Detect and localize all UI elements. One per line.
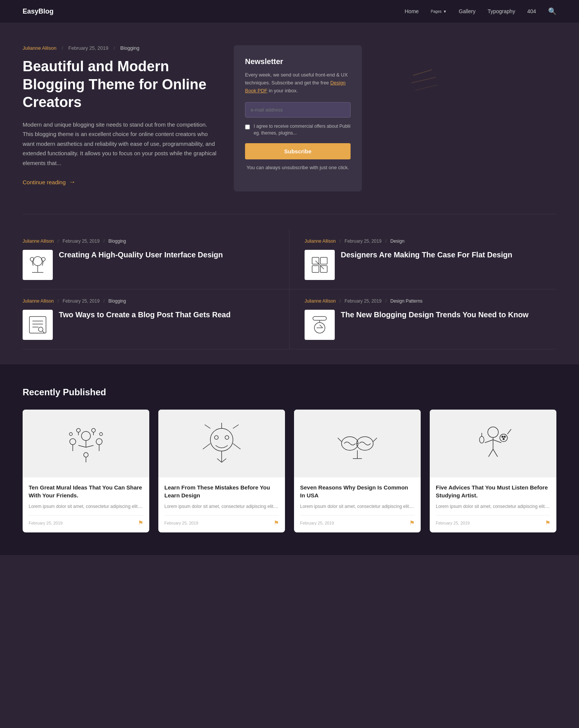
- post-date-2: February 25, 2019: [345, 239, 381, 244]
- recent-title-2: Learn From These Mistakes Before You Lea…: [164, 483, 279, 499]
- post-thumb-4: [305, 310, 335, 340]
- svg-point-43: [214, 436, 218, 439]
- svg-point-30: [70, 439, 76, 445]
- svg-line-14: [316, 261, 324, 269]
- recent-img-4: [430, 410, 556, 477]
- svg-line-63: [493, 440, 501, 443]
- recent-grid: Ten Great Mural Ideas That You Can Share…: [23, 410, 556, 532]
- recent-body-2: Learn From These Mistakes Before You Lea…: [158, 477, 285, 532]
- advices-icon: [470, 421, 516, 466]
- recent-card-4: Five Advices That You Must Listen Before…: [430, 410, 556, 532]
- post-meta-2: Julianne Allison / February 25, 2019 / D…: [305, 239, 556, 244]
- recent-excerpt-1: Lorem ipsum dolor sit amet, consectetur …: [29, 503, 143, 510]
- mistakes-icon: [199, 421, 244, 466]
- post-date-4: February 25, 2019: [345, 298, 381, 304]
- nav-typography[interactable]: Typography: [487, 8, 515, 14]
- hero-title: Beautiful and Modern Blogging Theme for …: [23, 58, 219, 112]
- posts-grid: Julianne Allison / February 25, 2019 / B…: [23, 229, 556, 349]
- hero-date: February 25, 2019: [68, 45, 108, 51]
- svg-rect-11: [320, 257, 327, 264]
- svg-line-70: [507, 429, 511, 434]
- svg-point-68: [504, 436, 505, 437]
- post-title-2[interactable]: Designers Are Making The Case For Flat D…: [341, 250, 512, 260]
- email-input[interactable]: [245, 102, 351, 118]
- recent-footer-4: February 25, 2019 ⚑: [436, 515, 550, 526]
- svg-line-28: [78, 445, 86, 447]
- svg-line-48: [203, 444, 210, 449]
- post-thumb-3: [23, 310, 53, 340]
- subscribe-button[interactable]: Subscribe: [245, 143, 351, 159]
- bookmark-icon-1[interactable]: ⚑: [138, 519, 143, 526]
- svg-line-57: [373, 438, 377, 442]
- post-body-2: Designers Are Making The Case For Flat D…: [305, 250, 556, 280]
- site-logo[interactable]: EasyBlog: [23, 8, 54, 15]
- bookmark-icon-3[interactable]: ⚑: [409, 519, 415, 526]
- recent-date-4: February 25, 2019: [436, 521, 470, 525]
- svg-point-40: [69, 433, 72, 436]
- hero-author: Julianne Allison: [23, 45, 57, 51]
- post-title-1[interactable]: Creating A High-Quality User Interface D…: [59, 250, 223, 260]
- post-thumb-2: [305, 250, 335, 280]
- recent-title-1: Ten Great Mural Ideas That You Can Share…: [29, 483, 143, 499]
- post-category-3: Blogging: [108, 298, 126, 304]
- post-author-4: Julianne Allison: [305, 298, 336, 304]
- recent-img-1: [23, 410, 149, 477]
- svg-point-34: [84, 453, 88, 457]
- post-card-3: Julianne Allison / February 25, 2019 / B…: [23, 289, 290, 349]
- recently-section: Recently Published: [0, 364, 579, 555]
- nav-gallery[interactable]: Gallery: [459, 8, 475, 14]
- flat-design-icon: [308, 254, 331, 276]
- svg-line-52: [222, 459, 226, 462]
- post-title-3[interactable]: Two Ways to Create a Blog Post That Gets…: [59, 310, 231, 320]
- nav-pages[interactable]: Pages ▼: [431, 9, 447, 14]
- post-body-4: The New Blogging Design Trends You Need …: [305, 310, 556, 340]
- recent-date-1: February 25, 2019: [29, 521, 63, 525]
- recent-excerpt-3: Lorem ipsum dolor sit amet, consectetur …: [300, 503, 415, 510]
- svg-line-29: [86, 445, 93, 447]
- newsletter-checkbox[interactable]: [245, 124, 250, 130]
- nav-home[interactable]: Home: [404, 8, 418, 14]
- continue-reading-link[interactable]: Continue reading →: [23, 178, 219, 186]
- svg-point-71: [479, 436, 484, 443]
- post-title-4[interactable]: The New Blogging Design Trends You Need …: [341, 310, 528, 320]
- recent-title-4: Five Advices That You Must Listen Before…: [436, 483, 550, 499]
- svg-line-46: [233, 425, 239, 428]
- newsletter-checkbox-label: I agree to receive commercial offers abo…: [254, 123, 351, 136]
- recent-img-3: [294, 410, 421, 477]
- recent-card-3: Seven Reasons Why Design Is Common In US…: [294, 410, 421, 532]
- svg-line-45: [205, 425, 210, 428]
- bookmark-icon-4[interactable]: ⚑: [545, 519, 550, 526]
- post-meta-3: Julianne Allison / February 25, 2019 / B…: [23, 298, 274, 304]
- svg-point-26: [81, 431, 90, 440]
- newsletter-desc: Every week, we send out useful front-end…: [245, 71, 351, 95]
- search-icon[interactable]: 🔍: [548, 7, 556, 15]
- svg-line-65: [493, 449, 498, 457]
- newsletter-widget: Newsletter Every week, we send out usefu…: [234, 45, 362, 191]
- recent-date-3: February 25, 2019: [300, 521, 334, 525]
- newsletter-title: Newsletter: [245, 57, 351, 66]
- hero-content: Julianne Allison / February 25, 2019 / B…: [23, 45, 219, 186]
- recent-body-1: Ten Great Mural Ideas That You Can Share…: [23, 477, 149, 532]
- recent-body-4: Five Advices That You Must Listen Before…: [430, 477, 556, 532]
- recent-card-2: Learn From These Mistakes Before You Lea…: [158, 410, 285, 532]
- recent-footer-2: February 25, 2019 ⚑: [164, 515, 279, 526]
- post-author-3: Julianne Allison: [23, 298, 54, 304]
- post-author-2: Julianne Allison: [305, 239, 336, 244]
- trends-icon: [308, 314, 331, 336]
- post-date-3: February 25, 2019: [63, 298, 100, 304]
- svg-line-49: [233, 444, 240, 449]
- recent-date-2: February 25, 2019: [164, 521, 198, 525]
- post-meta-1: Julianne Allison / February 25, 2019 / B…: [23, 239, 274, 244]
- svg-point-3: [33, 257, 42, 266]
- svg-line-1: [411, 77, 436, 83]
- svg-point-44: [225, 436, 229, 439]
- bookmark-icon-2[interactable]: ⚑: [274, 519, 279, 526]
- post-thumb-1: [23, 250, 53, 280]
- nav-404[interactable]: 404: [527, 8, 536, 14]
- recent-card-1: Ten Great Mural Ideas That You Can Share…: [23, 410, 149, 532]
- reasons-icon: [335, 421, 380, 466]
- post-card-1: Julianne Allison / February 25, 2019 / B…: [23, 229, 290, 289]
- hero-category: Blogging: [120, 45, 139, 51]
- svg-point-60: [488, 427, 498, 437]
- recent-title-3: Seven Reasons Why Design Is Common In US…: [300, 483, 415, 499]
